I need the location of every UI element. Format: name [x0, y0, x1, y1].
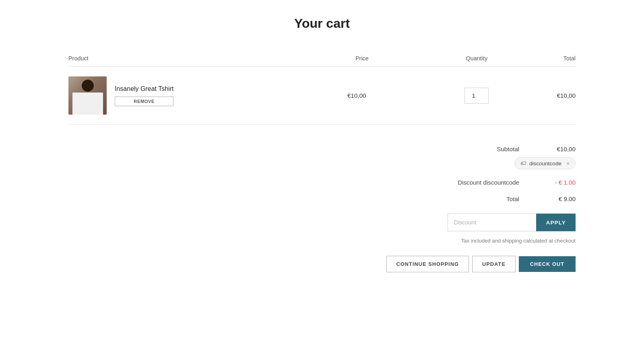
total-label: Total [506, 195, 519, 202]
checkout-button[interactable]: CHECK OUT [519, 256, 576, 272]
update-button[interactable]: UPDATE [472, 256, 516, 272]
quantity-input[interactable] [464, 88, 489, 104]
total-row: Total € 9.00 [374, 191, 576, 207]
subtotal-label: Subtotal [497, 146, 519, 152]
subtotal-value: €10,00 [543, 146, 576, 152]
subtotal-row: Subtotal €10,00 [374, 141, 576, 157]
product-info: Insanely Great Tshirt REMOVE [115, 85, 173, 106]
discount-input-row: APPLY [448, 214, 576, 231]
cart-table: Product Price Quantity Total Insanely Gr… [68, 55, 576, 125]
discount-badge-row: 🏷 discountcode × [374, 157, 576, 173]
tax-note: Tax included and shipping calculated at … [461, 238, 576, 244]
col-header-product: Product [68, 55, 347, 67]
summary-section: Subtotal €10,00 🏷 discountcode × Discoun… [68, 141, 576, 244]
discount-remove-icon[interactable]: × [566, 160, 570, 167]
actions-row: CONTINUE SHOPPING UPDATE CHECK OUT [68, 256, 576, 272]
discount-value: - € 1.00 [543, 179, 576, 186]
product-price: €10,00 [347, 67, 439, 125]
discount-badge-code: discountcode [529, 160, 561, 167]
col-header-quantity: Quantity [439, 55, 515, 67]
product-name: Insanely Great Tshirt [115, 85, 173, 93]
table-row: Insanely Great Tshirt REMOVE €10,00 €10,… [68, 67, 576, 125]
tag-icon: 🏷 [520, 160, 526, 167]
product-image [68, 76, 107, 115]
discount-badge: 🏷 discountcode × [514, 157, 576, 169]
product-total: €10,00 [515, 67, 576, 125]
col-header-total: Total [515, 55, 576, 67]
total-value: € 9.00 [543, 195, 576, 202]
apply-button[interactable]: APPLY [536, 214, 576, 231]
col-header-price: Price [347, 55, 439, 67]
page-title: Your cart [68, 16, 576, 31]
product-cell: Insanely Great Tshirt REMOVE [68, 76, 347, 115]
continue-shopping-button[interactable]: CONTINUE SHOPPING [386, 256, 469, 272]
remove-button[interactable]: REMOVE [115, 97, 173, 106]
discount-label: Discount discountcode [458, 179, 519, 186]
discount-input[interactable] [448, 214, 536, 231]
discount-row: Discount discountcode - € 1.00 [374, 174, 576, 191]
quantity-cell [439, 67, 515, 125]
